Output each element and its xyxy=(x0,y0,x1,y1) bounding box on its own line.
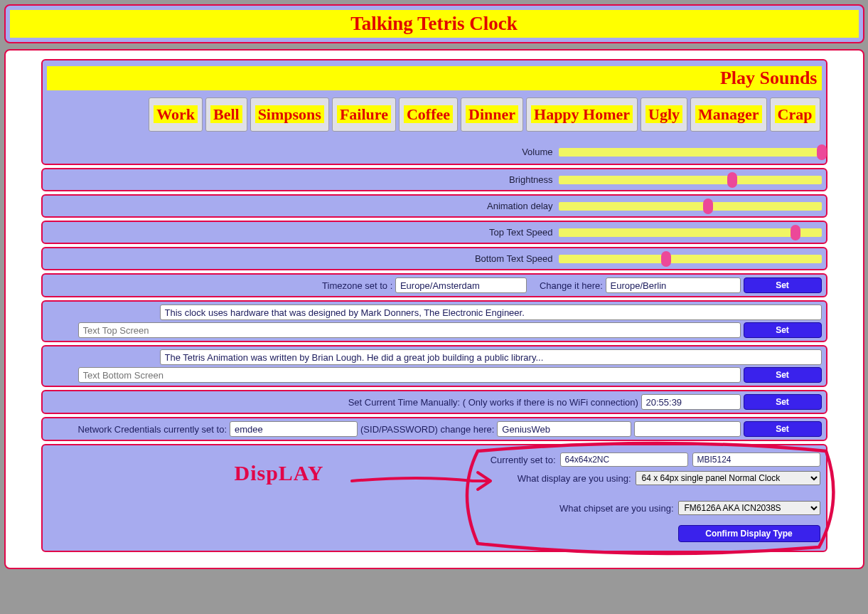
display-current-label: Currently set to: xyxy=(491,455,556,465)
top-speed-label: Top Text Speed xyxy=(47,227,559,238)
display-current-chip: MBI5124 xyxy=(692,452,820,467)
bottom-text-panel: Set xyxy=(41,345,827,387)
sounds-heading-bar: Play Sounds xyxy=(47,66,822,90)
network-label-mid: (SID/PASSWORD) change here: xyxy=(360,424,494,435)
sound-button-label: Ugly xyxy=(645,105,682,123)
bottom-speed-slider[interactable] xyxy=(559,255,822,263)
brightness-panel: Brightness xyxy=(41,168,827,191)
sound-button-manager[interactable]: Manager xyxy=(690,97,767,132)
sound-button-bell[interactable]: Bell xyxy=(205,97,247,132)
network-set-button[interactable]: Set xyxy=(744,421,822,437)
sound-button-label: Crap xyxy=(775,105,815,123)
display-panel: Currently set to: 64x64x2NC MBI5124 What… xyxy=(41,444,827,552)
volume-label: Volume xyxy=(47,147,559,157)
top-speed-panel: Top Text Speed xyxy=(41,221,827,244)
time-panel: Set Current Time Manually: ( Only works … xyxy=(41,390,827,414)
sound-button-happy-homer[interactable]: Happy Homer xyxy=(526,97,638,132)
volume-thumb[interactable] xyxy=(817,144,827,160)
confirm-display-button[interactable]: Confirm Display Type xyxy=(678,525,820,542)
sound-button-label: Simpsons xyxy=(255,105,324,123)
bottom-speed-thumb[interactable] xyxy=(661,251,671,267)
display-question: What display are you using: xyxy=(518,473,631,484)
sound-button-label: Failure xyxy=(337,105,391,123)
display-select[interactable]: 64 x 64px single panel Normal Clock xyxy=(636,471,820,485)
time-input[interactable] xyxy=(641,394,741,410)
network-label-left: Network Credentials currently set to: xyxy=(78,424,227,435)
sounds-heading: Play Sounds xyxy=(51,68,818,89)
main-card: Play Sounds WorkBellSimpsonsFailureCoffe… xyxy=(4,49,864,569)
volume-slider[interactable] xyxy=(559,148,822,157)
sound-button-coffee[interactable]: Coffee xyxy=(399,97,458,132)
time-set-button[interactable]: Set xyxy=(744,394,822,410)
header-banner: Talking Tetris Clock xyxy=(10,10,859,38)
top-speed-thumb[interactable] xyxy=(791,225,800,240)
bottom-speed-label: Bottom Text Speed xyxy=(47,253,559,264)
timezone-new-field[interactable] xyxy=(606,277,741,293)
sound-button-ugly[interactable]: Ugly xyxy=(641,97,687,132)
top-speed-slider[interactable] xyxy=(559,228,822,237)
timezone-set-button[interactable]: Set xyxy=(744,277,822,293)
sound-button-label: Bell xyxy=(210,105,242,123)
display-current-display: 64x64x2NC xyxy=(560,452,688,467)
sound-buttons-row: WorkBellSimpsonsFailureCoffeeDinnerHappy… xyxy=(47,97,822,132)
sound-button-label: Coffee xyxy=(404,105,453,123)
sound-button-simpsons[interactable]: Simpsons xyxy=(250,97,329,132)
top-text-input[interactable] xyxy=(78,322,741,338)
top-text-set-button[interactable]: Set xyxy=(744,322,822,338)
network-panel: Network Credentials currently set to: (S… xyxy=(41,417,827,441)
sound-button-failure[interactable]: Failure xyxy=(332,97,396,132)
sounds-panel: Play Sounds WorkBellSimpsonsFailureCoffe… xyxy=(41,59,827,165)
anim-delay-slider[interactable] xyxy=(559,202,822,211)
top-text-panel: Set xyxy=(41,300,827,342)
network-ssid-input[interactable] xyxy=(497,421,631,437)
sound-button-crap[interactable]: Crap xyxy=(770,97,820,132)
timezone-change-label: Change it here: xyxy=(540,280,603,291)
sound-button-dinner[interactable]: Dinner xyxy=(461,97,523,132)
sound-button-label: Work xyxy=(154,105,198,123)
brightness-thumb[interactable] xyxy=(727,172,737,188)
chipset-select[interactable]: FM6126A AKA ICN2038S xyxy=(678,501,820,515)
timezone-set-label: Timezone set to : xyxy=(322,280,392,291)
sound-button-label: Dinner xyxy=(466,105,518,123)
bottom-text-input[interactable] xyxy=(78,367,741,383)
top-text-info xyxy=(160,305,822,320)
page-title: Talking Tetris Clock xyxy=(10,13,859,35)
sound-button-label: Happy Homer xyxy=(531,105,633,123)
timezone-current-field[interactable] xyxy=(395,277,527,293)
anim-delay-panel: Animation delay xyxy=(41,194,827,218)
network-current-field xyxy=(230,421,358,437)
brightness-label: Brightness xyxy=(47,174,559,185)
bottom-text-info xyxy=(160,349,822,365)
sound-button-work[interactable]: Work xyxy=(149,97,203,132)
timezone-panel: Timezone set to : Change it here: Set xyxy=(41,273,827,297)
sound-button-label: Manager xyxy=(695,105,762,123)
anim-delay-label: Animation delay xyxy=(47,201,559,211)
network-pass-input[interactable] xyxy=(634,421,741,437)
chipset-question: What chipset are you using: xyxy=(559,503,673,514)
anim-delay-thumb[interactable] xyxy=(703,199,713,214)
bottom-text-set-button[interactable]: Set xyxy=(744,367,822,383)
time-label: Set Current Time Manually: ( Only works … xyxy=(348,397,638,408)
volume-row: Volume xyxy=(47,144,822,159)
bottom-speed-panel: Bottom Text Speed xyxy=(41,247,827,270)
brightness-slider[interactable] xyxy=(559,176,822,184)
header-card: Talking Tetris Clock xyxy=(4,4,864,43)
